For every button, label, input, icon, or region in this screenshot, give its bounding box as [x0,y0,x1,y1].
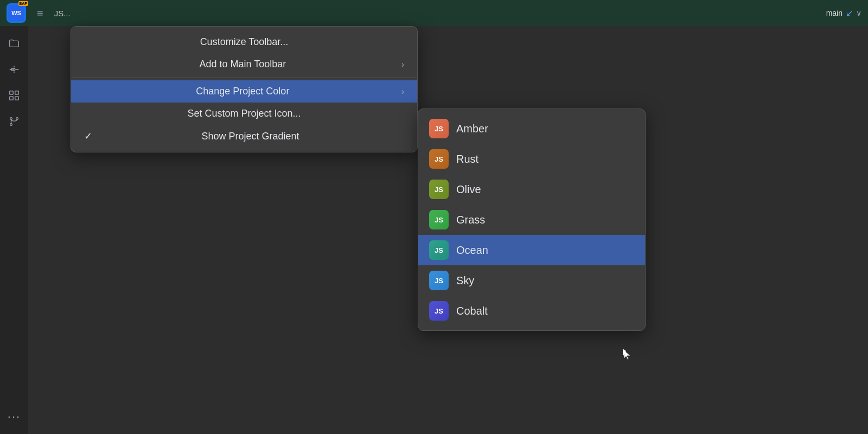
sidebar-item-components[interactable] [3,85,25,106]
ws-eap-badge: EAP [18,1,28,6]
git-icon [8,116,20,127]
grass-js-icon: JS [429,210,449,229]
sidebar-item-git[interactable] [3,111,25,132]
ocean-js-icon: JS [429,240,449,260]
customize-toolbar-label: Customize Toolbar... [84,36,404,48]
branch-arrow-icon: ↙ [846,8,853,18]
svg-point-4 [11,68,14,71]
amber-label: Amber [456,123,488,135]
svg-point-9 [10,118,12,120]
rust-label: Rust [456,153,478,165]
svg-rect-5 [10,91,13,94]
cobalt-label: Cobalt [456,305,488,317]
menu-item-customize-toolbar[interactable]: Customize Toolbar... [71,31,417,53]
menu-item-change-project-color[interactable]: Change Project Color › [71,80,417,103]
branch-area: main ↙ ∨ [826,8,861,18]
amber-js-icon: JS [429,119,449,138]
branch-name-label: main [826,9,843,17]
change-project-color-label: Change Project Color [84,86,401,97]
set-custom-icon-label: Set Custom Project Icon... [84,108,404,119]
rust-js-icon: JS [429,149,449,169]
sky-label: Sky [456,275,474,287]
sidebar-item-more[interactable]: ··· [3,406,25,427]
ws-logo-inner: WS [8,5,24,21]
add-to-toolbar-chevron-icon: › [401,60,404,69]
ocean-label: Ocean [456,244,488,257]
branch-dropdown-icon[interactable]: ∨ [856,9,861,17]
sidebar-item-settings[interactable] [3,59,25,80]
main-toolbar: WS EAP ≡ JS... main ↙ ∨ [0,0,868,26]
add-to-main-toolbar-label: Add to Main Toolbar [84,59,401,70]
change-color-chevron-icon: › [401,87,404,97]
left-sidebar: ··· [0,26,28,434]
color-item-rust[interactable]: JS Rust [418,144,645,174]
project-name-label: JS... [54,9,71,18]
menu-item-set-custom-icon[interactable]: Set Custom Project Icon... [71,103,417,125]
ws-logo-text: WS [11,10,21,16]
svg-point-10 [16,118,18,120]
hamburger-button[interactable]: ≡ [33,5,48,22]
color-item-ocean[interactable]: JS Ocean [418,235,645,265]
context-menu: Customize Toolbar... Add to Main Toolbar… [71,26,418,152]
cobalt-js-icon: JS [429,301,449,321]
color-item-olive[interactable]: JS Olive [418,174,645,205]
show-gradient-check-icon: ✓ [84,130,92,142]
color-item-grass[interactable]: JS Grass [418,205,645,235]
olive-js-icon: JS [429,180,449,199]
svg-rect-7 [10,97,13,100]
menu-divider [71,78,417,78]
more-dots-icon: ··· [8,410,21,424]
show-gradient-label: Show Project Gradient [97,131,404,142]
menu-item-add-to-toolbar[interactable]: Add to Main Toolbar › [71,53,417,75]
svg-rect-6 [15,91,18,94]
menu-item-show-gradient[interactable]: ✓ Show Project Gradient [71,125,417,148]
ws-logo: WS EAP [7,3,26,23]
olive-label: Olive [456,183,481,196]
color-submenu: JS Amber JS Rust JS Olive JS Grass JS Oc… [418,108,646,331]
color-item-sky[interactable]: JS Sky [418,265,645,296]
svg-rect-8 [15,97,18,100]
color-item-cobalt[interactable]: JS Cobalt [418,296,645,326]
color-item-amber[interactable]: JS Amber [418,113,645,144]
settings-sliders-icon [8,63,20,75]
svg-point-11 [10,124,12,126]
sidebar-item-project[interactable] [3,33,25,54]
components-icon [8,90,20,101]
grass-label: Grass [456,214,485,226]
sky-js-icon: JS [429,271,449,290]
folder-icon [8,37,20,49]
